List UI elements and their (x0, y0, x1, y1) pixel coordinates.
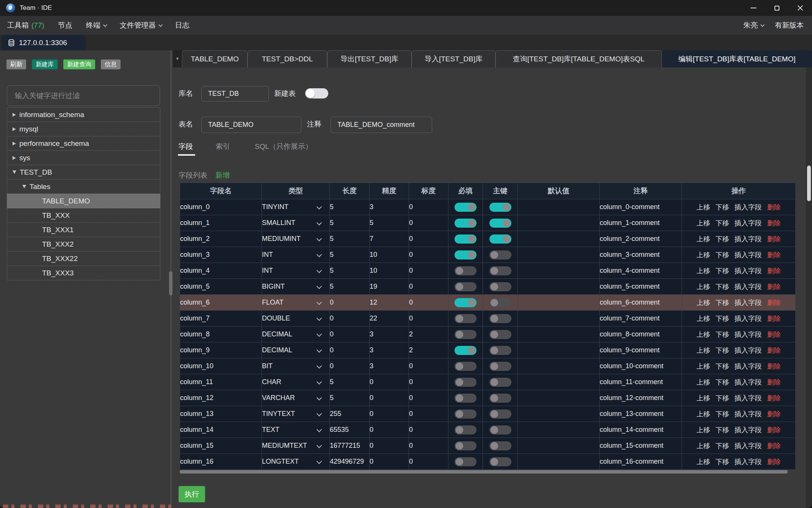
primary-key-toggle[interactable] (489, 457, 511, 466)
field-length-cell[interactable]: 5 (330, 247, 370, 263)
tab-indexes[interactable]: 索引 (216, 142, 230, 152)
field-precision-cell[interactable]: 5 (370, 215, 409, 231)
tree-item-TB_XXX3[interactable]: TB_XXX3 (7, 266, 160, 280)
insert-field-link[interactable]: 插入字段 (735, 251, 762, 259)
insert-field-link[interactable]: 插入字段 (735, 347, 762, 354)
field-type-select[interactable]: TINYINT (262, 199, 330, 215)
delete-link[interactable]: 删除 (767, 267, 781, 275)
field-type-select[interactable]: LONGTEXT (262, 454, 330, 470)
tree-item-TB_XXX1[interactable]: TB_XXX1 (7, 222, 160, 237)
delete-link[interactable]: 删除 (767, 394, 781, 402)
field-type-select[interactable]: DOUBLE (262, 311, 330, 327)
move-down-link[interactable]: 下移 (716, 235, 729, 243)
field-scale-cell[interactable]: 0 (409, 279, 448, 295)
field-precision-cell[interactable]: 0 (370, 438, 409, 454)
move-up-link[interactable]: 上移 (697, 378, 710, 386)
field-row-1[interactable]: column_1SMALLINT550column_1-comment上移下移插… (180, 215, 796, 231)
delete-link[interactable]: 删除 (767, 203, 781, 211)
horizontal-scrollbar-thumb[interactable] (180, 470, 788, 474)
move-up-link[interactable]: 上移 (697, 363, 710, 370)
delete-link[interactable]: 删除 (767, 442, 781, 450)
field-scale-cell[interactable]: 0 (409, 422, 448, 438)
field-type-select[interactable]: SMALLINT (262, 215, 330, 231)
field-length-cell[interactable]: 0 (330, 295, 370, 311)
field-row-12[interactable]: column_12VARCHAR500column_12-comment上移下移… (180, 390, 796, 406)
field-row-3[interactable]: column_3INT5100column_3-comment上移下移插入字段删… (180, 247, 796, 263)
field-row-5[interactable]: column_5BIGINT5190column_5-comment上移下移插入… (180, 279, 796, 295)
field-name-cell[interactable]: column_6 (180, 295, 262, 311)
field-type-select[interactable]: TEXT (262, 422, 330, 438)
field-comment-cell[interactable]: column_15-comment (600, 438, 682, 454)
field-scale-cell[interactable]: 0 (409, 247, 448, 263)
required-toggle[interactable] (455, 330, 477, 339)
delete-link[interactable]: 删除 (767, 378, 781, 386)
field-precision-cell[interactable]: 3 (370, 358, 409, 374)
field-length-cell[interactable]: 65535 (330, 422, 370, 438)
field-name-cell[interactable]: column_15 (180, 438, 262, 454)
required-toggle[interactable] (455, 457, 477, 466)
delete-link[interactable]: 删除 (767, 363, 781, 370)
field-length-cell[interactable]: 0 (330, 327, 370, 342)
add-field-link[interactable]: 新增 (215, 170, 230, 180)
move-up-link[interactable]: 上移 (697, 394, 710, 402)
field-length-cell[interactable]: 0 (330, 342, 370, 358)
field-precision-cell[interactable]: 12 (370, 295, 409, 311)
menu-item-2[interactable]: 节点 (58, 20, 72, 30)
field-comment-cell[interactable]: column_5-comment (600, 279, 682, 295)
minimize-button[interactable] (741, 0, 765, 16)
default-value-cell[interactable] (518, 374, 600, 390)
field-type-select[interactable]: VARCHAR (262, 390, 330, 406)
field-name-cell[interactable]: column_16 (180, 454, 262, 470)
field-comment-cell[interactable]: column_7-comment (600, 311, 682, 327)
connection-tab[interactable]: 127.0.0.1:3306 (2, 35, 86, 50)
field-row-9[interactable]: column_9DECIMAL032column_9-comment上移下移插入… (180, 342, 796, 358)
field-precision-cell[interactable]: 0 (370, 454, 409, 470)
required-toggle[interactable] (455, 362, 477, 371)
required-toggle[interactable] (455, 250, 477, 259)
field-type-select[interactable]: MEDIUMINT (262, 231, 330, 247)
tab-sql[interactable]: SQL（只作展示） (255, 142, 312, 152)
field-name-cell[interactable]: column_11 (180, 374, 262, 390)
field-comment-cell[interactable]: column_8-comment (600, 327, 682, 342)
tree-item-performance_schema[interactable]: performance_schema (7, 136, 160, 151)
field-comment-cell[interactable]: column_12-comment (600, 390, 682, 406)
tree-item-TB_XXX[interactable]: TB_XXX (7, 208, 160, 223)
delete-link[interactable]: 删除 (767, 299, 781, 306)
required-toggle[interactable] (455, 394, 477, 403)
required-toggle[interactable] (455, 346, 477, 355)
field-row-6[interactable]: column_6FLOAT0120column_6-comment上移下移插入字… (180, 295, 796, 311)
sidebar-button-2[interactable]: 新建库 (32, 59, 58, 69)
field-type-select[interactable]: TINYTEXT (262, 406, 330, 422)
primary-key-toggle[interactable] (489, 441, 511, 450)
field-comment-cell[interactable]: column_3-comment (600, 247, 682, 263)
default-value-cell[interactable] (518, 231, 600, 247)
move-down-link[interactable]: 下移 (716, 458, 729, 466)
move-down-link[interactable]: 下移 (716, 299, 729, 306)
field-name-cell[interactable]: column_2 (180, 231, 262, 247)
primary-key-toggle[interactable] (489, 362, 511, 371)
move-down-link[interactable]: 下移 (716, 410, 729, 418)
field-scale-cell[interactable]: 0 (409, 390, 448, 406)
field-type-select[interactable]: CHAR (262, 374, 330, 390)
table-comment-input[interactable] (331, 117, 432, 133)
menu-item-4[interactable]: 文件管理器 (120, 20, 161, 30)
field-row-8[interactable]: column_8DECIMAL032column_8-comment上移下移插入… (180, 327, 796, 342)
tree-item-information_schema[interactable]: information_schema (7, 107, 160, 122)
field-comment-cell[interactable]: column_1-comment (600, 215, 682, 231)
default-value-cell[interactable] (518, 358, 600, 374)
tab-overflow-button[interactable] (173, 50, 182, 67)
delete-link[interactable]: 删除 (767, 347, 781, 354)
required-toggle[interactable] (455, 234, 477, 244)
editor-tab-5[interactable]: 查询[TEST_DB]库[TABLE_DEMO]表SQL (495, 50, 662, 67)
move-down-link[interactable]: 下移 (716, 267, 729, 275)
field-row-13[interactable]: column_13TINYTEXT25500column_13-comment上… (180, 406, 796, 422)
field-scale-cell[interactable]: 0 (409, 199, 448, 215)
primary-key-toggle[interactable] (489, 314, 511, 323)
field-row-10[interactable]: column_10BIT030column_10-comment上移下移插入字段… (180, 358, 796, 374)
move-up-link[interactable]: 上移 (697, 283, 710, 291)
tree-item-TB_XXX2[interactable]: TB_XXX2 (7, 237, 160, 252)
primary-key-toggle[interactable] (489, 203, 511, 212)
new-table-toggle[interactable] (305, 88, 328, 98)
field-name-cell[interactable]: column_4 (180, 263, 262, 279)
field-row-16[interactable]: column_16LONGTEXT42949672900column_16-co… (180, 454, 796, 470)
